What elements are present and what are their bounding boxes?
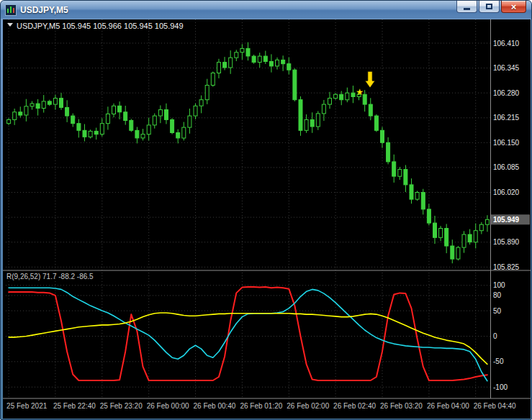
candle-body	[188, 116, 191, 127]
candle-body	[36, 104, 40, 108]
close-button[interactable]: ×	[501, 1, 526, 13]
candle-body	[229, 58, 233, 68]
candle-body	[404, 170, 407, 185]
window-icon	[5, 4, 17, 16]
candle-body	[130, 121, 133, 131]
candle-body	[240, 48, 244, 52]
price-tick-label: 106.215	[493, 114, 520, 122]
price-tick-label: 106.085	[493, 163, 520, 171]
candle-body	[158, 110, 162, 117]
titlebar[interactable]: USDJPY,M5 ×	[1, 1, 531, 19]
time-axis-label: 26 Feb 04:00	[427, 402, 469, 410]
candle-body	[135, 130, 139, 138]
candle-body	[415, 193, 419, 200]
candle-body	[77, 124, 81, 131]
candle-body	[340, 94, 343, 99]
candle-body	[235, 52, 238, 58]
candle-body	[281, 60, 285, 63]
candle-body	[176, 133, 180, 138]
candle-body	[141, 134, 145, 138]
candle-body	[211, 73, 215, 86]
candle-body	[427, 209, 430, 223]
current-price-label: 105.949	[493, 216, 520, 224]
price-tick-label: 106.150	[493, 139, 520, 147]
candle-body	[468, 234, 472, 242]
candle-body	[7, 119, 11, 123]
candle-body	[83, 130, 86, 137]
candle-body	[398, 170, 402, 177]
candle-body	[462, 234, 466, 247]
restore-icon	[486, 4, 492, 9]
indicator-tick-label: 0	[493, 332, 497, 340]
candle-body	[30, 104, 34, 106]
indicator-tick-label: 80	[493, 291, 502, 299]
ohlc-info-line: USDJPY,M5 105.945 105.966 105.945 105.94…	[17, 22, 184, 30]
candle-body	[182, 127, 186, 138]
time-axis-label: 26 Feb 02:40	[333, 402, 376, 410]
candle-body	[48, 101, 51, 104]
candle-body	[346, 93, 349, 100]
indicator-tick-label: -100	[493, 383, 508, 391]
price-tick-label: 106.410	[493, 40, 520, 47]
time-axis-label: 26 Feb 03:20	[380, 402, 423, 410]
candle-body	[263, 56, 267, 61]
candle-body	[334, 94, 338, 98]
candle-body	[351, 93, 355, 96]
time-axis-label: 26 Feb 00:40	[194, 402, 236, 410]
restore-button[interactable]	[479, 1, 500, 13]
candle-body	[118, 106, 122, 112]
window-title: USDJPY,M5	[20, 5, 68, 15]
candle-body	[112, 106, 116, 114]
candle-body	[19, 112, 22, 115]
candle-body	[310, 119, 314, 127]
candle-body	[410, 185, 413, 199]
candle-body	[205, 86, 209, 100]
candle-body	[24, 106, 28, 115]
candle-body	[381, 130, 384, 142]
candle-body	[106, 114, 109, 123]
candle-body	[94, 131, 98, 134]
time-axis-label: 26 Feb 04:40	[474, 402, 516, 410]
price-tick-label: 106.020	[493, 188, 520, 196]
candle-body	[13, 112, 17, 120]
candle-body	[293, 70, 297, 100]
price-tick-label: 105.825	[493, 263, 520, 271]
candle-body	[66, 107, 69, 116]
candle-body	[387, 142, 390, 162]
close-icon: ×	[511, 2, 517, 12]
candle-body	[456, 247, 460, 259]
minimize-icon	[464, 8, 470, 10]
candle-body	[445, 229, 448, 247]
candle-body	[287, 64, 291, 70]
time-axis-label: 25 Feb 22:40	[53, 402, 96, 410]
price-tick-label: 105.890	[493, 238, 520, 246]
chart-background	[3, 19, 531, 419]
time-axis-label: 26 Feb 01:20	[240, 402, 282, 410]
indicator-tick-label: 50	[493, 307, 502, 315]
candle-body	[305, 119, 308, 130]
candle-body	[60, 99, 63, 108]
candle-body	[71, 116, 75, 124]
time-axis-label: 25 Feb 2021	[6, 402, 48, 410]
chart-canvas[interactable]: ★ 106.410106.345106.280106.215106.150106…	[3, 19, 531, 419]
candle-body	[421, 193, 425, 209]
time-axis-label: 26 Feb 00:00	[147, 402, 189, 410]
candle-body	[276, 60, 279, 66]
candle-body	[53, 99, 57, 105]
indicator-tick-label: -50	[493, 357, 504, 365]
candle-body	[369, 104, 372, 116]
price-tick-label: 106.280	[493, 89, 520, 97]
time-axis: 25 Feb 202125 Feb 22:4025 Feb 23:2026 Fe…	[6, 402, 516, 410]
candle-body	[100, 124, 104, 134]
window-controls: ×	[455, 1, 526, 13]
candle-body	[147, 125, 150, 134]
candle-body	[451, 246, 454, 259]
candle-body	[269, 62, 273, 66]
time-axis-label: 25 Feb 23:20	[100, 402, 143, 410]
candle-body	[199, 100, 203, 106]
candle-body	[252, 56, 256, 63]
chart-window: USDJPY,M5 × ★ 106.410106.345106.280106.2…	[0, 0, 532, 420]
minimize-button[interactable]	[456, 1, 477, 13]
candle-body	[328, 99, 332, 105]
candle-body	[217, 63, 221, 73]
